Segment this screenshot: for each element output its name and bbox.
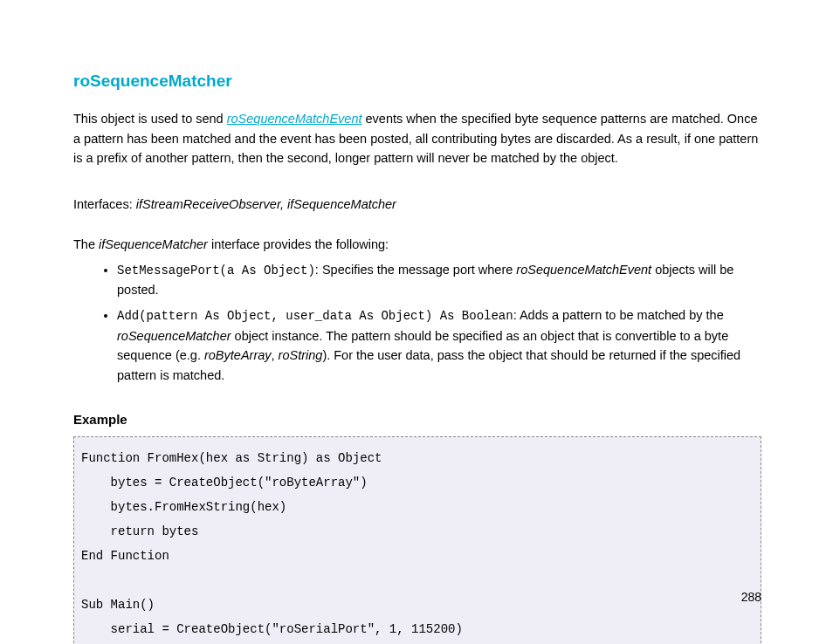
code-example: Function FromHex(hex as String) as Objec… — [73, 436, 761, 644]
interfaces-value: ifStreamReceiveObserver, ifSequenceMatch… — [136, 197, 396, 211]
method-desc-em3: roString — [279, 348, 323, 362]
method-list: SetMessagePort(a As Object): Specifies t… — [73, 260, 761, 385]
method-desc-em: roSequenceMatchEvent — [516, 263, 651, 277]
ro-sequence-match-event-link[interactable]: roSequenceMatchEvent — [227, 112, 362, 126]
intro-text-pre: This object is used to send — [73, 112, 227, 126]
method-desc-pre: : Specifies the message port where — [315, 263, 517, 277]
example-heading: Example — [73, 409, 761, 429]
method-signature: Add(pattern As Object, user_data As Obje… — [117, 309, 513, 323]
method-desc-em2: roByteArray — [204, 348, 272, 362]
list-item: Add(pattern As Object, user_data As Obje… — [117, 305, 761, 385]
interfaces-line: Interfaces: ifStreamReceiveObserver, ifS… — [73, 195, 761, 214]
list-item: SetMessagePort(a As Object): Specifies t… — [117, 260, 761, 300]
method-signature: SetMessagePort(a As Object) — [117, 264, 315, 277]
intro-paragraph: This object is used to send roSequenceMa… — [73, 109, 761, 168]
page-title: roSequenceMatcher — [73, 68, 761, 93]
method-desc-pre: : Adds a pattern to be matched by the — [513, 308, 724, 322]
page-number: 288 — [741, 588, 761, 607]
provides-post: interface provides the following: — [208, 237, 389, 251]
method-desc-em: roSequenceMatcher — [117, 329, 231, 343]
provides-pre: The — [73, 237, 99, 251]
method-desc-sep: , — [272, 348, 279, 362]
provides-line: The ifSequenceMatcher interface provides… — [73, 235, 761, 254]
provides-interface: ifSequenceMatcher — [99, 237, 208, 251]
interfaces-label: Interfaces: — [73, 197, 136, 211]
